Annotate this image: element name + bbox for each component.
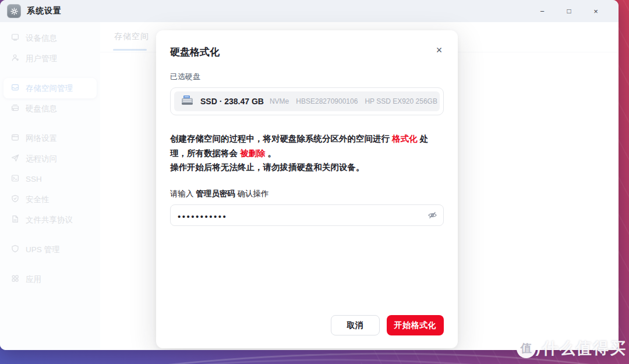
password-prompt-label: 请输入 管理员密码 确认操作 <box>170 189 444 199</box>
smzdm-watermark: 值 ) 什么值得买 <box>517 338 627 359</box>
selected-disk-label: 已选硬盘 <box>170 72 444 82</box>
close-dialog-icon[interactable]: × <box>432 43 446 57</box>
window-title: 系统设置 <box>27 6 62 16</box>
disk-model: HP SSD EX920 256GB <box>365 97 437 105</box>
maximize-button[interactable]: □ <box>556 0 582 22</box>
admin-password-input[interactable] <box>170 204 444 226</box>
close-window-button[interactable]: × <box>582 0 609 22</box>
disk-name: SSD · 238.47 GB <box>200 97 264 106</box>
toggle-password-visibility-icon[interactable] <box>427 210 437 221</box>
smzdm-logo-paren: ) <box>536 340 540 356</box>
smzdm-logo-badge: 值 <box>517 339 536 358</box>
disk-specs: NVMe HBSE28270900106 HP SSD EX920 256GB <box>270 97 437 105</box>
dialog-footer: 取消 开始格式化 <box>331 315 444 335</box>
warning-line-2: 操作开始后将无法终止，请勿拔插硬盘和关闭设备。 <box>170 160 444 175</box>
warning-line-1: 创建存储空间的过程中，将对硬盘除系统分区外的空间进行 格式化 处理，所有数据将会… <box>170 132 444 160</box>
password-field-wrap <box>170 204 444 226</box>
start-format-button[interactable]: 开始格式化 <box>387 315 444 335</box>
minimize-button[interactable]: − <box>529 0 556 22</box>
disk-interface: NVMe <box>270 97 289 105</box>
admin-password-emphasis: 管理员密码 <box>196 189 235 198</box>
format-disk-dialog: 硬盘格式化 × 已选硬盘 SSD · 238.47 GB NVMe HBSE28… <box>156 30 458 348</box>
window-controls: − □ × <box>529 0 609 22</box>
system-settings-window: 系统设置 − □ × 设备信息 用户管理 存储空间管理 硬盘信息 <box>0 0 619 350</box>
smzdm-watermark-text: 什么值得买 <box>542 338 627 359</box>
disk-summary: SSD · 238.47 GB NVMe HBSE28270900106 HP … <box>174 91 440 111</box>
disk-serial: HBSE28270900106 <box>296 97 358 105</box>
cancel-button[interactable]: 取消 <box>331 315 380 335</box>
titlebar: 系统设置 − □ × <box>0 0 619 22</box>
warning-highlight-delete: 被删除 <box>240 149 266 158</box>
dialog-title: 硬盘格式化 <box>170 45 444 59</box>
selected-disk-row[interactable]: SSD · 238.47 GB NVMe HBSE28270900106 HP … <box>170 87 444 115</box>
warning-highlight-format: 格式化 <box>392 134 418 143</box>
settings-gear-icon <box>7 4 21 18</box>
ssd-drive-icon <box>180 94 195 109</box>
format-warning-text: 创建存储空间的过程中，将对硬盘除系统分区外的空间进行 格式化 处理，所有数据将会… <box>170 132 444 175</box>
